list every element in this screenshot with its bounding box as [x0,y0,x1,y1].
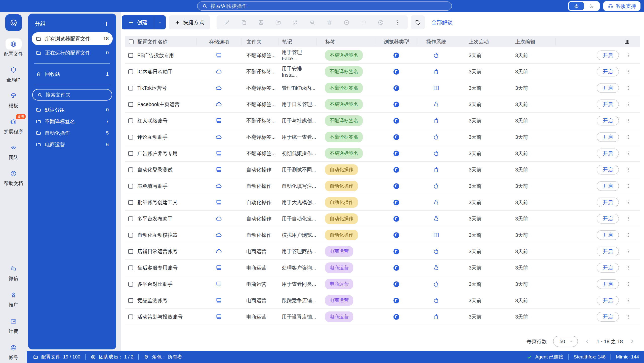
more-actions-icon[interactable] [389,15,406,29]
table-row[interactable]: Facebook主页运营 不翻译标签... 用于日常管理... 不翻译标签名 3… [125,96,640,113]
launch-button[interactable]: 开启 [597,67,619,76]
col-browser-type[interactable]: 浏览器类型 [376,38,417,45]
delete-icon[interactable] [321,15,338,29]
row-checkbox[interactable] [128,216,133,221]
row-checkbox[interactable] [128,69,133,74]
prev-page-button[interactable] [584,339,590,344]
launch-button[interactable]: 开启 [597,247,619,256]
launch-button[interactable]: 开启 [597,214,619,223]
launch-button[interactable]: 开启 [597,263,619,273]
launch-button[interactable]: 开启 [597,181,619,191]
模板[interactable]: 模板 [6,90,22,109]
launch-button[interactable]: 开启 [597,100,619,109]
launch-button[interactable]: 开启 [597,312,619,322]
row-checkbox[interactable] [128,184,133,189]
table-row[interactable]: 售后客服专用账号 电商运营 处理客户咨询... 电商运营 3天前 3天前 开启 [125,260,640,276]
launch-button[interactable]: 开启 [597,149,619,158]
dark-theme-button[interactable] [584,2,599,10]
row-menu-button[interactable] [625,232,631,238]
帐号[interactable]: 帐号 [6,342,22,361]
launch-button[interactable]: 开启 [597,51,619,60]
column-settings-icon[interactable] [624,39,630,45]
table-row[interactable]: TikTok运营号 不翻译标签... 管理TikTok内... 不翻译标签名 3… [125,80,640,96]
stop-icon[interactable] [355,15,372,29]
support-button[interactable]: 客服支持 [603,1,640,11]
row-menu-button[interactable] [625,151,631,156]
manage-tags-button[interactable] [411,15,425,29]
row-checkbox[interactable] [128,200,133,205]
create-dropdown-button[interactable] [154,15,166,29]
row-menu-button[interactable] [625,314,631,320]
row-checkbox[interactable] [128,53,133,58]
table-row[interactable]: 表单填写助手 自动化操作 自动化填写注... 自动化操作 3天前 3天前 开启 [125,178,640,194]
col-last-launch[interactable]: 上次启动 [456,38,502,45]
global-search[interactable] [197,2,452,11]
rotate-proxy-icon[interactable] [287,15,304,29]
folder-item[interactable]: 默认分组 0 [28,104,116,116]
帮助文档[interactable]: 帮助文档 [4,168,23,187]
row-checkbox[interactable] [128,167,133,172]
row-checkbox[interactable] [128,86,133,90]
row-menu-button[interactable] [625,216,631,221]
launch-button[interactable]: 开启 [597,165,619,174]
table-row[interactable]: 批量账号创建工具 自动化操作 用于大规模创... 自动化操作 3天前 3天前 开… [125,194,640,211]
row-menu-button[interactable] [625,134,631,140]
table-row[interactable]: 红人联络账号 不翻译标签... 用于与社媒创... 不翻译标签名 3天前 3天前… [125,113,640,129]
table-row[interactable]: FB广告投放专用 不翻译标签... 用于管理Face... 不翻译标签名 3天前… [125,47,640,64]
table-row[interactable]: 自动化互动模拟器 自动化操作 模拟用户浏览... 自动化操作 3天前 3天前 开… [125,227,640,243]
shortcut-button[interactable]: 快捷方式 [169,15,210,29]
推广[interactable]: 推广 [6,289,22,308]
row-menu-button[interactable] [625,200,631,205]
row-checkbox[interactable] [128,314,133,319]
move-to-folder-icon[interactable] [269,15,287,29]
团队[interactable]: 团队 [6,142,22,161]
row-checkbox[interactable] [128,249,133,254]
table-row[interactable]: 自动化登录测试 自动化操作 用于测试不同... 自动化操作 3天前 3天前 开启 [125,162,640,178]
配置文件[interactable]: 配置文件 [4,38,23,57]
全局IP[interactable]: 全局IP [6,64,22,83]
launch-button[interactable]: 开启 [597,116,619,125]
launch-button[interactable]: 开启 [597,279,619,289]
table-row[interactable]: IG内容日程助手 不翻译标签... 用于安排Insta... 不翻译标签名 3天… [125,64,640,80]
row-menu-button[interactable] [625,265,631,270]
trash-item[interactable]: 回收站 1 [32,68,113,81]
row-menu-button[interactable] [625,183,631,189]
col-notes[interactable]: 笔记 [278,38,316,45]
col-tags[interactable]: 标签 [316,38,376,45]
start-icon[interactable] [338,15,355,29]
row-menu-button[interactable] [625,69,631,74]
group-item[interactable]: 正在运行的配置文件 0 [32,46,113,59]
col-storage[interactable]: 存储选项 [196,38,241,45]
col-profile-name[interactable]: 配置文件名称 [136,38,196,45]
folder-item[interactable]: 不翻译标签名 7 [28,116,116,127]
launch-button[interactable]: 开启 [597,132,619,142]
select-all-checkbox[interactable] [129,39,134,44]
check-proxy-icon[interactable] [304,15,321,29]
unlock-all-link[interactable]: 全部解锁 [431,19,453,26]
row-checkbox[interactable] [128,102,133,107]
group-item[interactable]: 所有浏览器配置文件 18 [32,32,113,45]
row-menu-button[interactable] [625,281,631,287]
folder-item[interactable]: 自动化操作 5 [28,127,116,139]
table-row[interactable]: 广告账户养号专用 不翻译标签... 初期低频操作... 不翻译标签名 3天前 3… [125,145,640,162]
row-menu-button[interactable] [625,249,631,254]
table-row[interactable]: 竞品监测账号 电商运营 跟踪竞争店铺... 电商运营 3天前 3天前 开启 [125,292,640,309]
row-menu-button[interactable] [625,102,631,107]
计费[interactable]: 计费 [6,316,22,335]
col-os[interactable]: 操作系统 [417,38,456,45]
col-folder[interactable]: 文件夹 [241,38,278,45]
微信[interactable]: 微信 [6,263,22,282]
launch-button[interactable]: 开启 [597,83,619,93]
launch-button[interactable]: 开启 [597,198,619,207]
rows-per-page-select[interactable]: 50 [553,336,578,347]
row-checkbox[interactable] [128,265,133,270]
table-row[interactable]: 多平台发布助手 自动化操作 用于自动化发... 自动化操作 3天前 3天前 开启 [125,211,640,227]
cancel-icon[interactable] [372,15,389,29]
global-search-input[interactable] [211,3,447,9]
create-button[interactable]: 创建 [122,15,166,29]
table-row[interactable]: 多平台对比助手 电商运营 用于查看同类... 电商运营 3天前 3天前 开启 [125,276,640,292]
next-page-button[interactable] [629,339,635,344]
folder-item[interactable]: 电商运营 6 [28,139,116,150]
row-checkbox[interactable] [128,118,133,123]
row-checkbox[interactable] [128,151,133,156]
